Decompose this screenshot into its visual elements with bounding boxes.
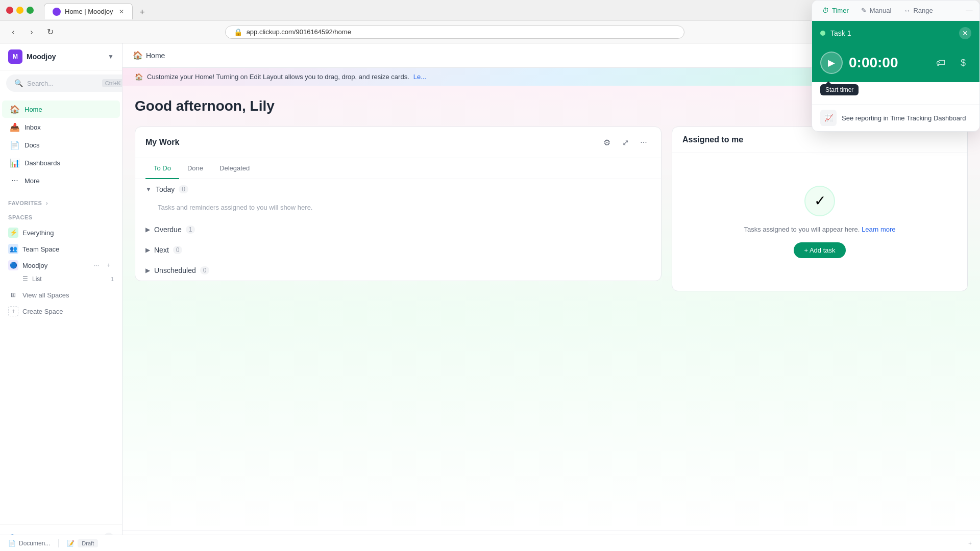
main-sections: My Work ⚙ ⤢ ··· To Do Done Delegated [135,127,968,291]
my-work-tabs: To Do Done Delegated [135,158,661,179]
draft-badge: Draft [78,539,98,547]
assigned-empty-text: Tasks assigned to you will appear here. … [744,224,895,235]
list-sub-item[interactable]: ☰ List 1 [0,273,122,285]
active-tab[interactable]: Home | Moodjoy ✕ [44,3,133,19]
view-all-icon: ⊞ [8,290,18,300]
list-count: 1 [111,276,114,282]
status-document-item[interactable]: 📄 Documen... [8,540,50,547]
document-label: Documen... [19,540,50,547]
sidebar: M Moodjoy ▼ 🔍 Search... Ctrl+K ✦ AI 🏠 Ho… [0,43,122,551]
spaces-section: ⚡ Everything 👥 Team Space 🔵 Moodjoy ··· … [0,222,122,287]
search-shortcut-badge: Ctrl+K [102,79,122,87]
tab-done[interactable]: Done [179,158,211,179]
breadcrumb-home-text: Home [146,52,165,60]
breadcrumb: 🏠 Home [133,51,165,60]
today-arrow-icon: ▼ [145,186,152,193]
team-space-icon: 👥 [8,244,18,254]
sidebar-item-inbox[interactable]: 📥 Inbox [2,118,120,136]
status-add-item[interactable]: + [968,540,972,547]
space-item-team-space[interactable]: 👥 Team Space [0,241,122,257]
refresh-btn[interactable]: ↻ [43,25,57,39]
dashboards-icon: 📊 [10,158,19,167]
sidebar-item-dashboards[interactable]: 📊 Dashboards [2,154,120,171]
create-space-item[interactable]: + Create Space [0,303,122,319]
docs-icon: 📄 [10,140,19,149]
tab-close-btn[interactable]: ✕ [119,8,124,15]
sidebar-search-bar[interactable]: 🔍 Search... Ctrl+K ✦ AI [6,74,122,92]
back-btn[interactable]: ‹ [6,25,20,39]
sidebar-item-home[interactable]: 🏠 Home [2,101,120,118]
unscheduled-arrow-icon: ▶ [145,267,150,274]
sidebar-header: M Moodjoy ▼ [0,43,122,70]
sidebar-item-more[interactable]: ··· More [2,172,120,189]
secure-icon: 🔒 [234,28,242,36]
status-bar: 📄 Documen... 📝 Draft + [0,535,980,551]
favorites-expand-btn[interactable]: › [46,200,48,206]
view-all-spaces-label: View all Spaces [22,291,69,299]
my-work-header: My Work ⚙ ⤢ ··· [135,127,661,158]
timer-controls-wrapper: ▶ 0:00:00 🏷 $ Start timer [812,45,979,82]
timer-reporting-item[interactable]: 📈 See reporting in Time Tracking Dashboa… [812,104,979,131]
banner-text: Customize your Home! Turning on Edit Lay… [147,73,409,81]
breadcrumb-home-icon: 🏠 [133,51,143,60]
minimize-window-btn[interactable] [16,7,23,14]
timer-label-btn[interactable]: 🏷 [933,55,949,71]
list-icon: ☰ [22,276,28,283]
tab-delegated[interactable]: Delegated [211,158,258,179]
workspace-dropdown-icon[interactable]: ▼ [108,53,114,60]
timer-billable-btn[interactable]: $ [955,55,971,71]
moodjoy-add-btn[interactable]: + [104,260,114,270]
work-section: My Work ⚙ ⤢ ··· To Do Done Delegated [135,127,662,291]
workspace-avatar: M [8,49,22,64]
tab-favicon [53,8,61,16]
inbox-icon: 📥 [10,122,19,132]
address-bar[interactable]: 🔒 app.clickup.com/9016164592/home [225,26,684,39]
inbox-label: Inbox [24,123,41,131]
team-space-label: Team Space [22,245,59,253]
today-empty-text: Tasks and reminders assigned to you will… [145,199,651,219]
next-section-header[interactable]: ▶ Next 0 [145,240,651,260]
new-tab-btn[interactable]: + [135,5,149,19]
close-window-btn[interactable] [6,7,13,14]
maximize-window-btn[interactable] [27,7,34,14]
banner-link[interactable]: Le... [413,73,426,81]
document-icon: 📄 [8,540,16,547]
home-label: Home [24,106,42,113]
check-circle-icon: ✓ [804,186,835,216]
my-work-more-btn[interactable]: ··· [636,135,651,149]
more-label: More [24,177,40,185]
home-icon: 🏠 [10,105,19,114]
add-task-button[interactable]: + Add task [794,242,845,258]
status-draft-item[interactable]: 📝 Draft [67,539,98,547]
overdue-section-header[interactable]: ▶ Overdue 1 [145,219,651,240]
my-work-expand-btn[interactable]: ⤢ [618,135,632,149]
assigned-section: Assigned to me ✓ Tasks assigned to you w… [672,127,968,291]
space-item-moodjoy[interactable]: 🔵 Moodjoy ··· + [0,257,122,273]
everything-icon: ⚡ [8,228,18,238]
unscheduled-section-header[interactable]: ▶ Unscheduled 0 [145,260,651,281]
timer-controls: ▶ 0:00:00 🏷 $ [812,45,979,82]
search-placeholder-text: Search... [27,80,98,87]
my-work-title: My Work [145,138,179,147]
assigned-card: Assigned to me ✓ Tasks assigned to you w… [672,127,968,291]
browser-tabs: Home | Moodjoy ✕ + [38,1,155,19]
moodjoy-more-btn[interactable]: ··· [91,260,102,270]
more-icon: ··· [10,176,19,185]
tab-todo[interactable]: To Do [145,158,179,179]
timer-play-btn[interactable]: ▶ [820,52,843,74]
overdue-count: 1 [186,226,195,234]
assigned-learn-more-link[interactable]: Learn more [862,226,895,233]
my-work-settings-btn[interactable]: ⚙ [600,135,614,149]
timer-display: 0:00:00 [849,55,926,71]
forward-btn[interactable]: › [24,25,39,39]
start-timer-tooltip: Start timer [820,84,859,95]
draft-icon: 📝 [67,540,75,547]
overdue-arrow-icon: ▶ [145,226,150,233]
timer-reporting-text: See reporting in Time Tracking Dashboard [842,114,966,122]
view-all-spaces-item[interactable]: ⊞ View all Spaces [0,287,122,303]
space-item-everything[interactable]: ⚡ Everything [0,224,122,241]
sidebar-item-docs[interactable]: 📄 Docs [2,136,120,154]
today-section-header[interactable]: ▼ Today 0 [145,179,651,199]
add-icon: + [968,540,972,547]
my-work-card: My Work ⚙ ⤢ ··· To Do Done Delegated [135,127,662,281]
